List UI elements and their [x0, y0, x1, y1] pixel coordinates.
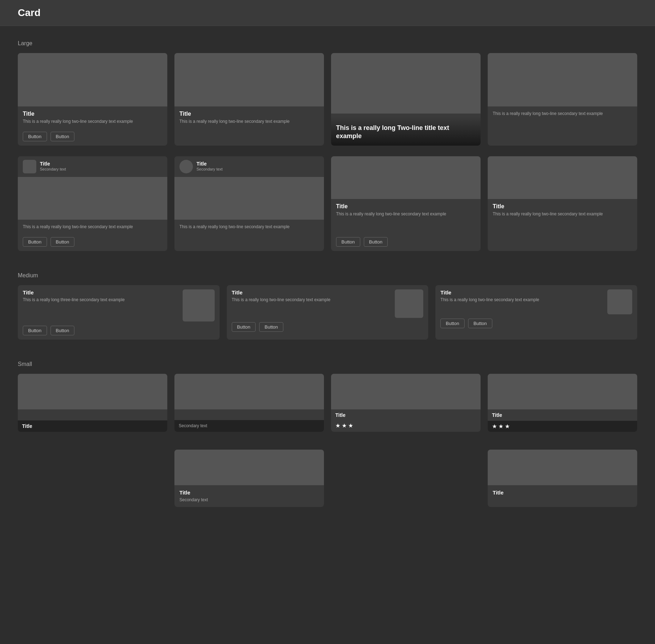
card-header-row: Title Secondary text [174, 156, 324, 177]
large-row-1: Title This is a really really long two-l… [18, 53, 637, 146]
card-footer: Title [488, 409, 637, 421]
card-actions: Button Button [331, 234, 481, 251]
card-medium-image [395, 289, 423, 318]
card-overlay-text: This is a really long Two-line title tex… [331, 117, 481, 146]
card-body: This is a really really long two-line se… [488, 106, 637, 146]
card-actions: Button Button [18, 129, 167, 146]
card-body: Title This is a really really long two-l… [331, 199, 481, 234]
card-btn-1[interactable]: Button [440, 319, 465, 328]
large-card-4: This is a really really long two-line se… [488, 53, 637, 146]
page-header: Card [0, 0, 655, 26]
section-label-medium: Medium [18, 272, 637, 279]
large-card-2: Title This is a really really long two-l… [174, 53, 324, 146]
card-body: This is a really really long two-line se… [18, 220, 167, 234]
card-avatar-title: Title [197, 161, 222, 167]
small-card-4: Title ★ ★ ★ [488, 374, 637, 432]
card-secondary: This is a really really long two-line se… [179, 119, 319, 125]
card-btn-2[interactable]: Button [51, 237, 75, 247]
card-secondary: Secondary text [179, 497, 319, 503]
card-secondary: This is a really long two-line secondary… [440, 297, 604, 303]
large-card-1: Title This is a really really long two-l… [18, 53, 167, 146]
medium-card-1: Title This is a really long three-line s… [18, 285, 220, 340]
card-medium-actions: Button Button [435, 319, 637, 333]
card-secondary: This is a really really long two-line se… [179, 224, 319, 230]
card-medium-actions: Button Button [18, 326, 220, 340]
card-footer: Title [331, 409, 481, 421]
card-medium-image [607, 289, 632, 314]
large-card-5: Title Secondary text This is a really re… [18, 156, 167, 251]
small-row: Title Secondary text Title ★ ★ ★ [18, 374, 637, 432]
card-stars-bar: ★ ★ ★ [488, 421, 637, 432]
card-image [18, 177, 167, 220]
medium-card-3: Title This is a really long two-line sec… [435, 285, 637, 340]
card-btn-1[interactable]: Button [336, 237, 360, 247]
card-title: Title [492, 412, 633, 418]
card-body: Title This is a really really long two-l… [488, 199, 637, 251]
card-image [174, 374, 324, 409]
card-overlay-footer: Secondary text [174, 420, 324, 432]
card-btn-2[interactable]: Button [364, 237, 388, 247]
card-title: Title [336, 203, 476, 210]
card-image [174, 53, 324, 106]
main-content: Large Title This is a really really long… [0, 26, 655, 528]
card-title: Title [23, 289, 179, 295]
card-body: Title Secondary text [174, 485, 324, 507]
small-card-1: Title [18, 374, 167, 432]
star-1: ★ [492, 423, 497, 430]
card-image [488, 53, 637, 106]
card-body: This is a really really long two-line se… [174, 220, 324, 251]
card-secondary: This is a really really long two-line se… [336, 211, 476, 217]
card-btn-2[interactable]: Button [51, 132, 75, 141]
card-avatar [23, 160, 36, 173]
card-medium-text: Title This is a really long two-line sec… [232, 289, 392, 303]
card-secondary: This is a really really long two-line se… [493, 111, 632, 117]
card-overlay-footer: Title [18, 420, 167, 432]
card-secondary: This is a really long three-line seconda… [23, 297, 179, 303]
bottom-card-1: Title Secondary text [174, 450, 324, 507]
bottom-card-2: Title [488, 450, 637, 507]
card-title: Title [179, 111, 319, 117]
card-avatar-secondary: Secondary text [40, 167, 66, 172]
card-actions: Button Button [18, 234, 167, 251]
card-title: Title [493, 203, 632, 210]
card-btn-2[interactable]: Button [51, 326, 75, 335]
card-avatar-text: Title Secondary text [40, 161, 66, 172]
card-btn-2[interactable]: Button [259, 322, 283, 332]
card-secondary: This is a really really long two-line se… [23, 224, 162, 230]
card-title: Title [23, 111, 162, 117]
bottom-row: Title Secondary text Title [18, 450, 637, 507]
medium-card-2: Title This is a really long two-line sec… [227, 285, 429, 340]
card-avatar-title: Title [40, 161, 66, 167]
card-title: Title [179, 489, 319, 496]
star-3: ★ [348, 422, 353, 429]
small-card-2: Secondary text [174, 374, 324, 432]
card-medium-actions: Button Button [227, 322, 429, 336]
star-2: ★ [342, 422, 347, 429]
card-medium-image [183, 289, 215, 321]
card-body: Title This is a really really long two-l… [174, 106, 324, 146]
card-medium-inner: Title This is a really long two-line sec… [227, 285, 429, 322]
card-btn-2[interactable]: Button [468, 319, 492, 328]
star-3: ★ [505, 423, 510, 430]
card-body: Title This is a really really long two-l… [18, 106, 167, 129]
card-btn-1[interactable]: Button [23, 326, 47, 335]
large-card-8: Title This is a really really long two-l… [488, 156, 637, 251]
card-image [174, 450, 324, 485]
card-btn-1[interactable]: Button [232, 322, 256, 332]
card-secondary: This is a really long two-line secondary… [232, 297, 392, 303]
card-btn-1[interactable]: Button [23, 237, 47, 247]
page-title: Card [18, 7, 637, 19]
card-medium-inner: Title This is a really long three-line s… [18, 285, 220, 326]
card-body: Title [488, 485, 637, 507]
card-btn-1[interactable]: Button [23, 132, 47, 141]
card-image [331, 53, 481, 114]
star-1: ★ [335, 422, 340, 429]
card-title: Title [440, 289, 604, 295]
card-medium-text: Title This is a really long three-line s… [23, 289, 179, 303]
card-avatar-secondary: Secondary text [197, 167, 222, 172]
card-image [331, 374, 481, 409]
card-secondary: Secondary text [179, 423, 320, 429]
large-card-3: This is a really long Two-line title tex… [331, 53, 481, 146]
card-title: Title [493, 489, 632, 496]
section-label-large: Large [18, 40, 637, 47]
